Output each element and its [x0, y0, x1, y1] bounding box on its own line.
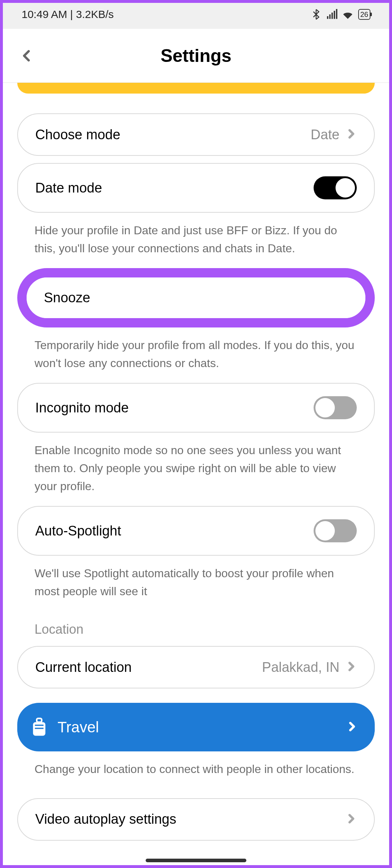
status-icons: 26	[311, 9, 370, 20]
snooze-description: Temporarily hide your profile from all m…	[17, 335, 375, 383]
choose-mode-row[interactable]: Choose mode Date	[17, 113, 375, 156]
spotlight-description: We'll use Spotlight automatically to boo…	[17, 563, 375, 611]
svg-rect-2	[332, 13, 333, 19]
page-title: Settings	[0, 45, 392, 66]
travel-label: Travel	[58, 719, 99, 736]
current-location-value: Palakkad, IN	[262, 660, 339, 675]
premium-banner-edge	[17, 83, 375, 94]
svg-rect-1	[329, 14, 331, 19]
location-section-label: Location	[17, 611, 375, 646]
back-button[interactable]	[18, 47, 36, 65]
travel-row[interactable]: Travel	[17, 703, 375, 751]
choose-mode-label: Choose mode	[35, 127, 120, 143]
spotlight-label: Auto-Spotlight	[35, 523, 121, 539]
date-mode-label: Date mode	[35, 180, 102, 196]
svg-rect-3	[334, 11, 335, 19]
bluetooth-icon	[311, 9, 322, 20]
wifi-icon	[342, 9, 353, 20]
choose-mode-value: Date	[311, 127, 339, 143]
date-mode-toggle[interactable]	[314, 176, 357, 199]
chevron-right-icon	[346, 659, 357, 675]
chevron-left-icon	[20, 49, 34, 63]
svg-rect-0	[327, 16, 328, 19]
battery-icon: 26	[358, 9, 370, 20]
luggage-icon	[32, 717, 47, 737]
status-time: 10:49 AM | 3.2KB/s	[22, 8, 114, 21]
svg-rect-6	[37, 719, 42, 722]
video-autoplay-label: Video autoplay settings	[35, 812, 176, 827]
incognito-label: Incognito mode	[35, 400, 129, 416]
spotlight-row[interactable]: Auto-Spotlight	[17, 506, 375, 556]
header: Settings	[0, 29, 392, 83]
snooze-row[interactable]: Snooze	[27, 277, 365, 318]
signal-icon	[327, 9, 337, 20]
travel-description: Change your location to connect with peo…	[17, 759, 375, 789]
chevron-right-icon	[346, 812, 357, 827]
current-location-label: Current location	[35, 660, 132, 675]
date-mode-row[interactable]: Date mode	[17, 163, 375, 213]
status-bar: 10:49 AM | 3.2KB/s 26	[0, 0, 392, 29]
chevron-right-icon	[346, 127, 357, 143]
video-autoplay-row[interactable]: Video autoplay settings	[17, 798, 375, 841]
svg-rect-4	[336, 9, 337, 19]
incognito-description: Enable Incognito mode so no one sees you…	[17, 440, 375, 506]
spotlight-toggle[interactable]	[314, 519, 357, 542]
chevron-right-icon	[347, 719, 357, 735]
date-mode-description: Hide your profile in Date and just use B…	[17, 220, 375, 268]
current-location-row[interactable]: Current location Palakkad, IN	[17, 646, 375, 688]
snooze-highlight: Snooze	[17, 268, 375, 327]
incognito-toggle[interactable]	[314, 396, 357, 419]
home-indicator[interactable]	[146, 859, 246, 862]
incognito-row[interactable]: Incognito mode	[17, 383, 375, 433]
snooze-label: Snooze	[44, 290, 90, 306]
